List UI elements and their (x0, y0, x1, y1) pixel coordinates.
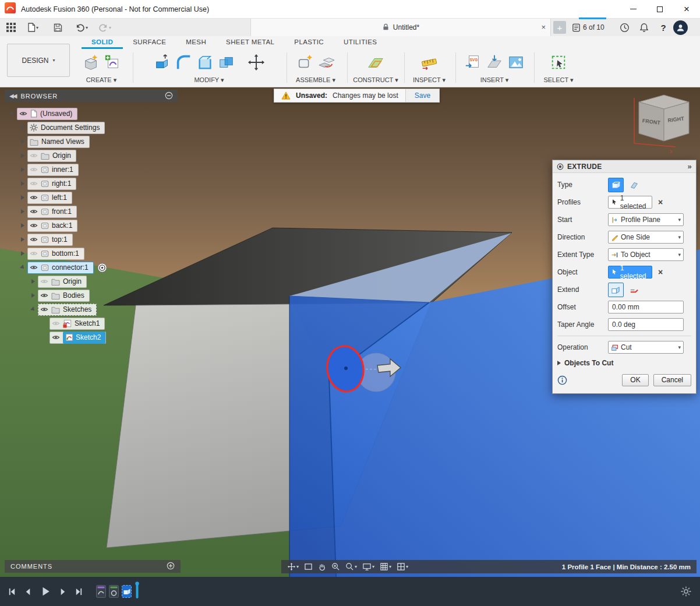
extend-adjacent-button[interactable] (626, 283, 642, 297)
browser-item-bodies[interactable]: Bodies (31, 289, 90, 302)
new-tab-button[interactable]: + (553, 21, 566, 34)
create-sketch-icon[interactable] (104, 54, 121, 71)
activate-radio-icon[interactable] (97, 263, 107, 273)
visibility-eye-icon[interactable] (30, 250, 38, 257)
grid-snaps-icon[interactable]: ▾ (380, 562, 391, 571)
type-thin-button[interactable] (626, 178, 642, 192)
ok-button[interactable]: OK (622, 374, 648, 386)
browser-item-named-views[interactable]: Named Views (21, 135, 90, 148)
help-icon[interactable]: ? (655, 19, 672, 36)
zoom-icon[interactable]: ▾ (345, 562, 357, 571)
browser-item-connector-1[interactable]: connector:1 (21, 261, 107, 274)
pan-orbit-icon[interactable]: ▾ (287, 562, 299, 571)
app-grid-icon[interactable] (3, 20, 19, 35)
browser-item-sketch2[interactable]: Sketch2 (43, 331, 106, 344)
collapse-panel-icon[interactable]: ◀◀ (9, 93, 16, 99)
visibility-eye-icon[interactable] (30, 152, 38, 159)
tab-surface[interactable]: SURFACE (123, 36, 176, 49)
profiles-clear-icon[interactable]: × (658, 198, 663, 207)
timeline-position-marker[interactable] (135, 582, 140, 601)
display-settings-icon[interactable]: ▾ (362, 563, 374, 571)
timeline-step-forward-button[interactable] (58, 587, 67, 596)
timeline-extrude-feature[interactable] (122, 585, 132, 598)
tab-sheet-metal[interactable]: SHEET METAL (216, 36, 284, 49)
browser-item-right-1[interactable]: right:1 (21, 177, 76, 190)
browser-item-front-1[interactable]: front:1 (21, 205, 77, 218)
taper-angle-input[interactable]: 0.0 deg (608, 318, 684, 331)
decal-icon[interactable] (486, 54, 503, 71)
visibility-eye-icon[interactable] (52, 334, 60, 341)
visibility-eye-icon[interactable] (40, 292, 48, 299)
browser-item-sketches[interactable]: Sketches (31, 303, 97, 316)
browser-item-left-1[interactable]: left:1 (21, 191, 72, 204)
visibility-eye-icon[interactable] (30, 166, 38, 173)
group-label-inspect[interactable]: INSPECT ▾ (406, 76, 452, 84)
canvas-image-icon[interactable] (507, 54, 525, 71)
warning-save-button[interactable]: Save (406, 89, 440, 103)
expand-arrow-icon[interactable] (21, 237, 24, 242)
browser-item-inner-1[interactable]: inner:1 (21, 163, 79, 176)
timeline-go-to-end-button[interactable] (75, 587, 83, 596)
save-icon[interactable] (51, 20, 65, 35)
browser-item-origin[interactable]: Origin (21, 149, 76, 162)
user-avatar[interactable] (673, 20, 688, 35)
browser-header[interactable]: ◀◀ BROWSER (5, 90, 178, 102)
group-label-insert[interactable]: INSERT ▾ (459, 76, 530, 84)
combine-icon[interactable] (218, 54, 235, 71)
timeline-sketch2-feature[interactable] (109, 585, 119, 598)
visibility-eye-icon[interactable] (52, 320, 60, 327)
close-button[interactable]: × (673, 0, 700, 18)
expand-arrow-icon[interactable] (21, 153, 24, 158)
visibility-eye-icon[interactable] (19, 110, 27, 117)
notifications-bell-icon[interactable] (635, 19, 653, 36)
visibility-eye-icon[interactable] (30, 264, 38, 271)
expand-arrow-icon[interactable] (21, 251, 24, 256)
profiles-selection-field[interactable]: 1 selected (608, 196, 652, 209)
group-label-select[interactable]: SELECT ▾ (536, 76, 581, 84)
browser-item-sketch1[interactable]: Sketch1 (43, 317, 105, 330)
browser-item-back-1[interactable]: back:1 (21, 219, 77, 232)
expand-arrow-icon[interactable] (31, 293, 35, 298)
object-clear-icon[interactable]: × (658, 267, 663, 277)
visibility-eye-icon[interactable] (30, 208, 38, 215)
document-tab[interactable]: Untitled* × (250, 19, 551, 36)
browser-item-origin[interactable]: Origin (31, 275, 87, 288)
construction-plane-icon[interactable] (367, 54, 384, 71)
tab-utilities[interactable]: UTILITIES (334, 36, 387, 49)
browser-item-bottom-1[interactable]: bottom:1 (21, 247, 84, 260)
group-label-modify[interactable]: MODIFY ▾ (136, 76, 282, 84)
expand-arrow-icon[interactable] (21, 125, 24, 130)
comments-bar[interactable]: COMMENTS (5, 560, 181, 573)
expand-arrow-icon[interactable] (21, 209, 24, 214)
pan-hand-icon[interactable] (318, 562, 326, 571)
undo-icon[interactable]: ▾ (72, 20, 91, 35)
create-form-icon[interactable] (82, 54, 100, 71)
minimize-button[interactable] (620, 0, 646, 18)
sketch-center-point[interactable] (344, 367, 348, 370)
start-dropdown[interactable]: Profile Plane▾ (608, 213, 684, 226)
visibility-eye-icon[interactable] (30, 222, 38, 229)
type-solid-button[interactable] (608, 178, 624, 192)
timeline-settings-gear-icon[interactable] (681, 586, 691, 597)
highlighted-item[interactable]: Sketch2 (63, 332, 105, 344)
minimize-panel-icon[interactable] (165, 91, 173, 101)
job-status[interactable]: 6 of 10 (572, 19, 604, 36)
timeline-step-back-button[interactable] (24, 587, 33, 596)
objects-to-cut-section[interactable]: Objects To Cut (557, 356, 691, 370)
joint-icon[interactable] (318, 54, 335, 71)
expand-comments-icon[interactable] (167, 562, 175, 571)
group-label-create[interactable]: CREATE ▾ (75, 76, 128, 84)
cancel-button[interactable]: Cancel (653, 374, 691, 386)
file-menu-icon[interactable]: ▾ (24, 20, 41, 35)
fillet-icon[interactable] (175, 54, 192, 71)
shell-icon[interactable] (196, 54, 214, 71)
expand-section-icon[interactable] (557, 361, 561, 365)
visibility-eye-icon[interactable] (30, 236, 38, 243)
fit-view-icon[interactable] (304, 563, 313, 570)
timeline-go-to-start-button[interactable] (8, 587, 16, 596)
collapse-arrow-icon[interactable] (30, 306, 36, 312)
visibility-eye-icon[interactable] (40, 278, 48, 285)
expand-arrow-icon[interactable] (21, 181, 24, 186)
tab-solid[interactable]: SOLID (82, 36, 123, 49)
visibility-eye-icon[interactable] (30, 180, 38, 187)
